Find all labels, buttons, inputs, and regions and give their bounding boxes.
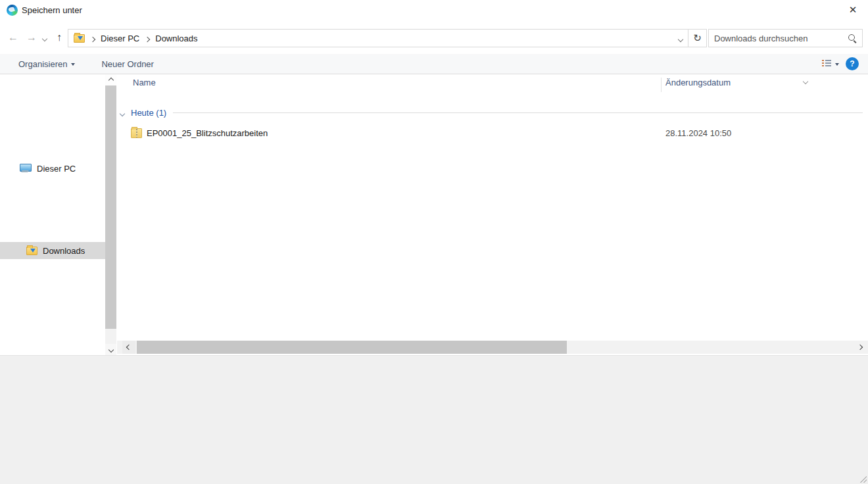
save-as-dialog: Speichern unter ✕ ← → ↑ Dieser PC Downlo… <box>0 0 868 484</box>
breadcrumb-chevron-icon <box>91 34 95 43</box>
organize-dropdown-arrow-icon <box>71 63 75 66</box>
search-box <box>708 29 863 47</box>
address-dropdown-chevron-icon[interactable] <box>679 34 683 43</box>
main-content: Dieser PC Downloads Name Änderungsdatum … <box>0 74 868 355</box>
this-pc-icon <box>20 164 32 173</box>
group-header-heute: Heute (1) <box>0 106 863 119</box>
group-label[interactable]: Heute (1) <box>131 108 166 118</box>
scroll-down-icon[interactable] <box>105 344 116 355</box>
edge-icon <box>7 5 18 16</box>
download-arrow-icon <box>30 249 36 253</box>
sidebar-scrollbar-thumb[interactable] <box>105 85 116 329</box>
refresh-icon[interactable]: ↻ <box>688 29 707 47</box>
sidebar-item-label: Dieser PC <box>37 164 76 174</box>
download-arrow-icon <box>78 36 83 40</box>
organize-label: Organisieren <box>18 59 67 69</box>
group-collapse-chevron-icon[interactable] <box>120 108 124 118</box>
scroll-up-icon[interactable] <box>105 74 116 85</box>
breadcrumb-segment-downloads[interactable]: Downloads <box>155 34 197 43</box>
new-folder-button[interactable]: Neuer Ordner <box>95 54 160 74</box>
sidebar-item-label: Downloads <box>43 246 85 256</box>
back-arrow-icon[interactable]: ← <box>5 28 21 47</box>
new-folder-label: Neuer Ordner <box>101 59 153 69</box>
sidebar-item-downloads[interactable]: Downloads <box>0 242 105 259</box>
column-header-name[interactable]: Name <box>133 78 156 87</box>
forward-arrow-icon[interactable]: → <box>24 28 39 47</box>
toolbar-right: ? <box>821 57 868 70</box>
search-input[interactable] <box>714 34 848 43</box>
help-icon[interactable]: ? <box>846 57 859 70</box>
file-row[interactable]: EP0001_25_Blitzschutzarbeiten 28.11.2024… <box>117 124 861 141</box>
toolbar: Organisieren Neuer Ordner ? <box>0 54 868 74</box>
zip-folder-icon <box>131 128 142 138</box>
address-folder-icon <box>74 34 85 43</box>
search-icon[interactable] <box>848 34 857 43</box>
column-filter-chevron-icon[interactable] <box>804 76 808 85</box>
horizontal-scrollbar[interactable] <box>117 341 868 354</box>
breadcrumb-chevron-icon <box>145 34 149 43</box>
horizontal-scrollbar-thumb[interactable] <box>137 341 567 354</box>
sidebar-item-dieser-pc[interactable]: Dieser PC <box>0 160 105 177</box>
file-modified-date: 28.11.2024 10:50 <box>665 128 731 138</box>
up-arrow-icon[interactable]: ↑ <box>51 28 67 47</box>
view-dropdown-arrow-icon <box>835 63 839 66</box>
file-name: EP0001_25_Blitzschutzarbeiten <box>147 128 268 138</box>
column-header-aenderungsdatum[interactable]: Änderungsdatum <box>665 78 731 87</box>
address-bar[interactable]: Dieser PC Downloads <box>68 29 688 47</box>
breadcrumb-segment-dieser-pc[interactable]: Dieser PC <box>101 34 139 43</box>
dialog-title: Speichern unter <box>22 5 82 15</box>
details-view-icon <box>821 59 832 68</box>
scroll-right-icon[interactable] <box>854 341 867 354</box>
group-divider <box>173 112 863 113</box>
recent-locations-chevron-icon[interactable] <box>39 28 50 47</box>
navigation-bar: ← → ↑ Dieser PC Downloads ↻ <box>0 28 868 49</box>
organize-button[interactable]: Organisieren <box>12 54 82 74</box>
resize-grip[interactable] <box>859 475 867 483</box>
bottom-panel: Dateiname: EP0003_25_Reparaturarbeiten_E… <box>0 355 868 484</box>
change-view-button[interactable] <box>821 59 839 68</box>
close-icon[interactable]: ✕ <box>838 0 868 20</box>
title-bar: Speichern unter ✕ <box>0 0 868 20</box>
downloads-folder-icon <box>26 247 37 255</box>
scroll-left-icon[interactable] <box>122 341 135 354</box>
column-separator[interactable] <box>661 78 662 92</box>
